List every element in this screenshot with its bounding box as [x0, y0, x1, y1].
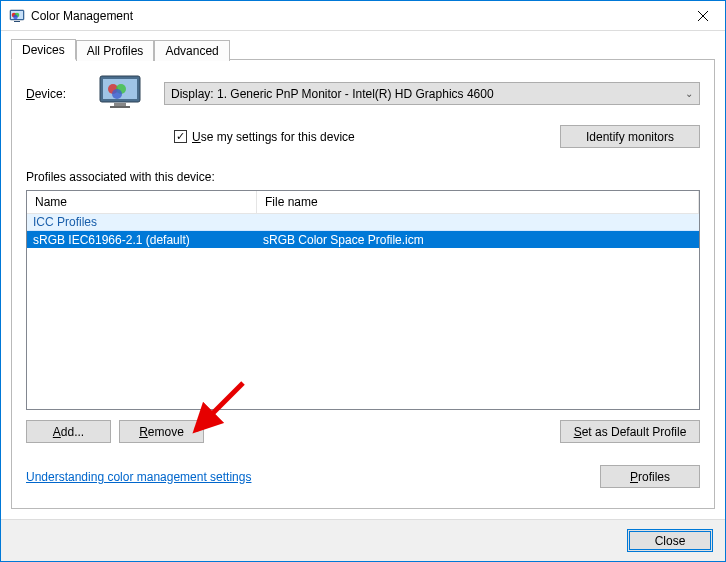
checkbox-label: Use my settings for this device — [192, 130, 355, 144]
remove-button[interactable]: Remove — [119, 420, 204, 443]
profile-file-cell: sRGB Color Space Profile.icm — [257, 233, 699, 247]
listview-group-icc: ICC Profiles — [27, 214, 699, 231]
titlebar: Color Management — [1, 1, 725, 31]
app-icon — [9, 8, 25, 24]
device-row: Device: Display: 1. Generic PnP Monitor … — [26, 74, 700, 113]
settings-row: ✓ Use my settings for this device Identi… — [174, 125, 700, 148]
close-window-button[interactable] — [680, 1, 725, 30]
device-selected-text: Display: 1. Generic PnP Monitor - Intel(… — [171, 87, 494, 101]
link-row: Understanding color management settings … — [26, 465, 700, 488]
close-button[interactable]: Close — [627, 529, 713, 552]
monitor-icon — [98, 74, 142, 113]
understanding-link[interactable]: Understanding color management settings — [26, 470, 251, 484]
dialog-footer: Close — [1, 519, 725, 561]
tab-bar: Devices All Profiles Advanced — [11, 39, 715, 60]
svg-point-5 — [13, 14, 18, 19]
add-button[interactable]: Add... — [26, 420, 111, 443]
svg-rect-2 — [14, 21, 20, 22]
set-default-profile-button[interactable]: Set as Default Profile — [560, 420, 700, 443]
identify-monitors-button[interactable]: Identify monitors — [560, 125, 700, 148]
svg-point-14 — [112, 89, 122, 99]
profiles-button[interactable]: Profiles — [600, 465, 700, 488]
tab-advanced[interactable]: Advanced — [154, 40, 229, 61]
devices-panel: Device: Display: 1. Generic PnP Monitor … — [11, 59, 715, 509]
profiles-section-label: Profiles associated with this device: — [26, 170, 700, 184]
window-title: Color Management — [31, 9, 680, 23]
dialog-body: Devices All Profiles Advanced Device: — [1, 31, 725, 519]
tab-all-profiles[interactable]: All Profiles — [76, 40, 155, 61]
device-label: Device: — [26, 87, 76, 101]
use-my-settings-checkbox[interactable]: ✓ Use my settings for this device — [174, 130, 355, 144]
column-header-name[interactable]: Name — [27, 191, 257, 213]
listview-header: Name File name — [27, 191, 699, 214]
tab-devices[interactable]: Devices — [11, 39, 76, 60]
color-management-window: Color Management Devices All Profiles Ad… — [0, 0, 726, 562]
device-dropdown[interactable]: Display: 1. Generic PnP Monitor - Intel(… — [164, 82, 700, 105]
checkbox-box: ✓ — [174, 130, 187, 143]
column-header-file[interactable]: File name — [257, 191, 699, 213]
svg-rect-11 — [110, 106, 130, 108]
listview-body: ICC Profiles sRGB IEC61966-2.1 (default)… — [27, 214, 699, 409]
profiles-listview[interactable]: Name File name ICC Profiles sRGB IEC6196… — [26, 190, 700, 410]
profile-buttons-row: Add... Remove Set as Default Profile — [26, 420, 700, 443]
profile-row-selected[interactable]: sRGB IEC61966-2.1 (default) sRGB Color S… — [27, 231, 699, 248]
svg-rect-10 — [114, 103, 126, 106]
chevron-down-icon: ⌄ — [685, 88, 693, 99]
profile-name-cell: sRGB IEC61966-2.1 (default) — [27, 233, 257, 247]
close-icon — [698, 11, 708, 21]
